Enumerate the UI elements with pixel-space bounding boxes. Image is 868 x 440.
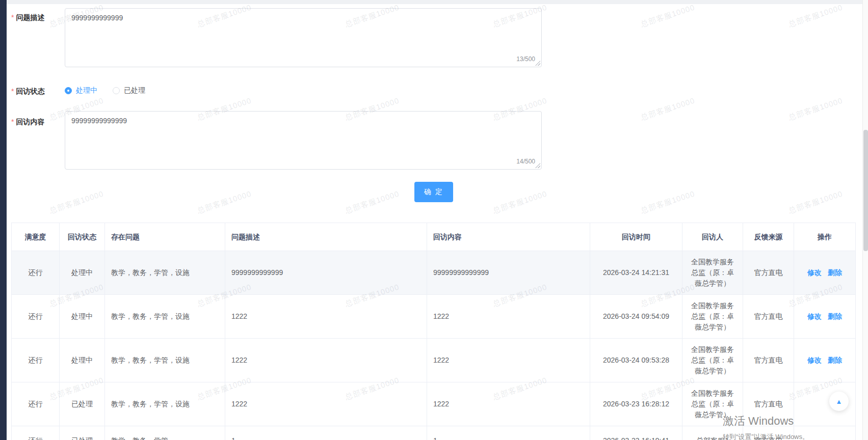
cell-source: 官方直电 <box>743 339 794 382</box>
radio-label: 处理中 <box>76 86 97 95</box>
cell-description: 1222 <box>225 339 427 382</box>
watermark-text: 总部客服10000 <box>344 189 401 215</box>
row-actions: 修改删除 <box>807 355 842 366</box>
cell-status: 处理中 <box>60 339 105 382</box>
radio-unselected-icon <box>113 87 120 94</box>
edit-link[interactable]: 修改 <box>807 267 822 278</box>
cell-content: 1222 <box>427 295 590 338</box>
cell-visitor: 全国教学服务总监（原：卓薇总学管） <box>682 251 743 294</box>
cell-description: 1 <box>225 426 427 440</box>
cell-source: 官方直电 <box>743 426 794 440</box>
cell-source: 官方直电 <box>743 382 794 426</box>
field-label-problem-desc: *问题描述 <box>11 13 44 22</box>
col-header-satisfaction: 满意度 <box>12 223 60 251</box>
cell-content: 99999999999999 <box>427 251 590 294</box>
required-asterisk: * <box>11 13 14 21</box>
watermark-text: 总部客服10000 <box>492 189 548 215</box>
required-asterisk: * <box>11 87 14 95</box>
problem-desc-textarea-wrap: 9999999999999 13/500 <box>65 8 542 67</box>
radio-processed[interactable]: 已处理 <box>113 86 145 95</box>
cell-content: 1222 <box>427 339 590 382</box>
watermark-text: 总部客服10000 <box>640 3 696 29</box>
col-header-actions: 操作 <box>794 223 855 251</box>
visit-content-textarea-wrap: 99999999999999 14/500 <box>65 111 542 170</box>
cell-problems: 教学，教务，学管，设施 <box>105 339 225 382</box>
radio-label: 已处理 <box>124 86 145 95</box>
required-asterisk: * <box>11 118 14 126</box>
cell-time: 2026-03-24 09:53:28 <box>590 339 682 382</box>
back-to-top-button[interactable]: ▲ <box>829 392 849 411</box>
cell-status: 已处理 <box>60 382 105 426</box>
watermark-text: 总部客服10000 <box>196 189 253 215</box>
col-header-description: 问题描述 <box>225 223 427 251</box>
edit-link[interactable]: 修改 <box>807 355 822 366</box>
col-header-content: 回访内容 <box>427 223 590 251</box>
table-row: 还行 已处理 教学，教务，学管，设施 1222 1222 2026-03-23 … <box>12 382 855 426</box>
confirm-button[interactable]: 确 定 <box>414 182 453 202</box>
cell-time: 2026-03-24 14:21:31 <box>590 251 682 294</box>
cell-time: 2026-03-24 09:54:09 <box>590 295 682 338</box>
col-header-visitor: 回访人 <box>682 223 743 251</box>
cell-status: 处理中 <box>60 295 105 338</box>
field-label-visit-content: *回访内容 <box>11 118 44 127</box>
cell-visitor: 全国教学服务总监（原：卓薇总学管） <box>682 295 743 338</box>
watermark-text: 总部客服10000 <box>787 96 844 122</box>
watermark-text: 总部客服10000 <box>640 96 696 122</box>
delete-link[interactable]: 删除 <box>828 355 842 366</box>
followup-table: 满意度 回访状态 存在问题 问题描述 回访内容 回访时间 回访人 反馈来源 操作… <box>11 223 856 440</box>
delete-link[interactable]: 删除 <box>828 267 842 278</box>
top-strip <box>0 0 868 4</box>
watermark-text: 总部客服10000 <box>48 189 105 215</box>
col-header-source: 反馈来源 <box>743 223 794 251</box>
cell-content: 1222 <box>427 382 590 426</box>
watermark-text: 总部客服10000 <box>787 3 844 29</box>
cell-description: 1222 <box>225 295 427 338</box>
delete-link[interactable]: 删除 <box>828 311 842 322</box>
cell-satisfaction: 还行 <box>12 295 60 338</box>
col-header-time: 回访时间 <box>590 223 682 251</box>
edit-link[interactable]: 修改 <box>807 311 822 322</box>
problem-desc-counter: 13/500 <box>516 56 535 63</box>
cell-source: 官方直电 <box>743 295 794 338</box>
cell-satisfaction: 还行 <box>12 382 60 426</box>
watermark-text: 总部客服10000 <box>640 189 696 215</box>
visit-status-radio-group: 处理中 已处理 <box>65 86 145 96</box>
scrollbar-thumb[interactable] <box>863 130 868 251</box>
cell-visitor: 总部客服1 <box>682 426 743 440</box>
cell-content: 1 <box>427 426 590 440</box>
cell-description: 9999999999999 <box>225 251 427 294</box>
table-row: 还行 处理中 教学，教务，学管，设施 1222 1222 2026-03-24 … <box>12 339 855 382</box>
table-row: 还行 已处理 教学，教务，学管 1 1 2026-03-23 16:19:41 … <box>12 426 855 440</box>
radio-processing[interactable]: 处理中 <box>65 86 97 95</box>
cell-visitor: 全国教学服务总监（原：卓薇总学管） <box>682 382 743 426</box>
radio-selected-icon <box>65 87 72 94</box>
cell-problems: 教学，教务，学管，设施 <box>105 295 225 338</box>
problem-desc-textarea[interactable]: 9999999999999 <box>65 9 541 67</box>
visit-content-counter: 14/500 <box>516 158 535 165</box>
table-header-row: 满意度 回访状态 存在问题 问题描述 回访内容 回访时间 回访人 反馈来源 操作 <box>12 223 855 251</box>
table-row: 还行 处理中 教学，教务，学管，设施 1222 1222 2026-03-24 … <box>12 295 855 339</box>
visit-content-textarea[interactable]: 99999999999999 <box>65 112 541 169</box>
row-actions: 修改删除 <box>807 267 842 278</box>
cell-description: 1222 <box>225 382 427 426</box>
cell-source: 官方直电 <box>743 251 794 294</box>
cell-problems: 教学，教务，学管，设施 <box>105 382 225 426</box>
cell-satisfaction: 还行 <box>12 426 60 440</box>
cell-satisfaction: 还行 <box>12 251 60 294</box>
field-label-visit-status: *回访状态 <box>11 87 44 96</box>
cell-time: 2026-03-23 16:19:41 <box>590 426 682 440</box>
table-row: 还行 处理中 教学，教务，学管，设施 9999999999999 9999999… <box>12 251 855 295</box>
cell-satisfaction: 还行 <box>12 339 60 382</box>
cell-problems: 教学，教务，学管，设施 <box>105 251 225 294</box>
col-header-problems: 存在问题 <box>105 223 225 251</box>
cell-actions-empty <box>794 426 855 440</box>
cell-time: 2026-03-23 16:28:12 <box>590 382 682 426</box>
row-actions: 修改删除 <box>807 311 842 322</box>
page: *问题描述 9999999999999 13/500 *回访状态 处理中 已处理… <box>0 0 868 440</box>
cell-status: 已处理 <box>60 426 105 440</box>
vertical-scrollbar[interactable] <box>862 0 868 440</box>
collapsed-sidebar-edge <box>0 0 7 440</box>
cell-visitor: 全国教学服务总监（原：卓薇总学管） <box>682 339 743 382</box>
arrow-up-icon: ▲ <box>836 398 843 405</box>
cell-status: 处理中 <box>60 251 105 294</box>
